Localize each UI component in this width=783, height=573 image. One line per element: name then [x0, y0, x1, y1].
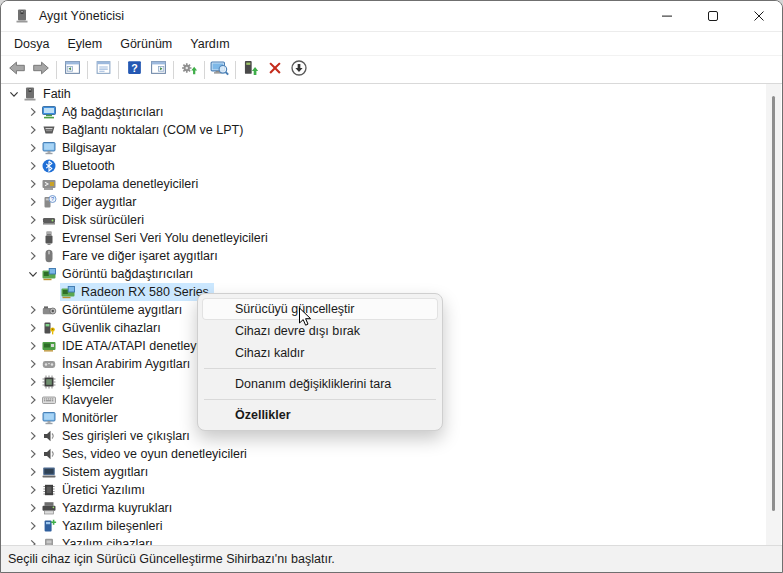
tree-item-label[interactable]: Depolama denetleyicileri: [62, 176, 200, 192]
chevron-collapsed-icon[interactable]: [24, 302, 41, 318]
context-menu-item-properties[interactable]: Özellikler: [202, 404, 438, 426]
maximize-button[interactable]: [690, 1, 736, 31]
toolbar-update-driver-software-button[interactable]: [239, 58, 263, 82]
menu-help[interactable]: Yardım: [181, 34, 238, 54]
tree-item-yazilim-cihazlari[interactable]: Yazılım cihazları: [1, 535, 765, 545]
context-menu-item-disable-device[interactable]: Cihazı devre dışı bırak: [202, 320, 438, 342]
tree-item-label[interactable]: Ses girişleri ve çıkışları: [62, 428, 192, 444]
tree-item-label[interactable]: Ağ bağdaştırıcıları: [62, 104, 165, 120]
toolbar-update-driver-button[interactable]: [177, 58, 201, 82]
tree-item-label[interactable]: Diğer aygıtlar: [62, 194, 138, 210]
toolbar-properties-button[interactable]: [91, 58, 115, 82]
tree-item-label[interactable]: Ses, video ve oyun denetleyicileri: [62, 446, 249, 462]
chevron-collapsed-icon[interactable]: [24, 338, 41, 354]
context-menu-item-uninstall-device[interactable]: Cihazı kaldır: [202, 342, 438, 364]
tree-item-depolama-denetleyicileri[interactable]: Depolama denetleyicileri: [1, 175, 765, 193]
tree-item-label[interactable]: Üretici Yazılımı: [62, 482, 147, 498]
chevron-collapsed-icon[interactable]: [24, 230, 41, 246]
scrollbar-thumb[interactable]: [772, 96, 775, 511]
tree-item-label[interactable]: İnsan Arabirim Aygıtları: [62, 356, 192, 372]
tree-item-uretici-yazilimi[interactable]: Üretici Yazılımı: [1, 481, 765, 499]
chevron-collapsed-icon[interactable]: [24, 374, 41, 390]
tree-item-sistem-aygitlari[interactable]: Sistem aygıtları: [1, 463, 765, 481]
tree-item-diger-aygitlar[interactable]: ?Diğer aygıtlar: [1, 193, 765, 211]
menu-action[interactable]: Eylem: [58, 34, 111, 54]
toolbar-forward-button[interactable]: [29, 58, 53, 82]
tree-item-label[interactable]: Yazılım cihazları: [62, 536, 155, 545]
toolbar-uninstall-device-button[interactable]: [263, 58, 287, 82]
tree-item-disk-suruculeri[interactable]: Disk sürücüleri: [1, 211, 765, 229]
chevron-collapsed-icon[interactable]: [24, 536, 41, 545]
chevron-collapsed-icon[interactable]: [24, 392, 41, 408]
monitor-icon: [41, 140, 57, 156]
chevron-collapsed-icon[interactable]: [24, 428, 41, 444]
tree-item-label[interactable]: Klavyeler: [62, 392, 115, 408]
chevron-collapsed-icon[interactable]: [24, 482, 41, 498]
chevron-collapsed-icon[interactable]: [24, 320, 41, 336]
chevron-collapsed-icon[interactable]: [24, 194, 41, 210]
tree-item-label[interactable]: Fatih: [43, 86, 73, 102]
chevron-collapsed-icon[interactable]: [24, 212, 41, 228]
chevron-collapsed-icon[interactable]: [24, 158, 41, 174]
back-icon: [8, 59, 26, 81]
menu-view[interactable]: Görünüm: [111, 34, 181, 54]
tree-item-label[interactable]: Yazılım bileşenleri: [62, 518, 165, 534]
chevron-collapsed-icon[interactable]: [24, 248, 41, 264]
tree-item-baglanti-noktalari-com-ve-lpt[interactable]: Bağlantı noktaları (COM ve LPT): [1, 121, 765, 139]
minimize-button[interactable]: [644, 1, 690, 31]
toolbar-scan-hardware-changes-button[interactable]: [208, 58, 232, 82]
tree-item-core: Üretici Yazılımı: [41, 481, 150, 499]
tree-item-label[interactable]: Bilgisayar: [62, 140, 118, 156]
tree-item-bilgisayar[interactable]: Bilgisayar: [1, 139, 765, 157]
toolbar-show-hide-action-pane-button[interactable]: [146, 58, 170, 82]
bluetooth-icon: [41, 158, 57, 174]
tree-item-yazilim-bilesenleri[interactable]: Yazılım bileşenleri: [1, 517, 765, 535]
chevron-collapsed-icon[interactable]: [24, 104, 41, 120]
chevron-collapsed-icon[interactable]: [24, 356, 41, 372]
chevron-collapsed-icon[interactable]: [24, 176, 41, 192]
chevron-collapsed-icon[interactable]: [24, 464, 41, 480]
toolbar-disable-device-button[interactable]: [287, 58, 311, 82]
tree-item-label[interactable]: Monitörler: [62, 410, 120, 426]
toolbar-help-button[interactable]: ?: [122, 58, 146, 82]
tree-item-label[interactable]: Görüntü bağdaştırıcıları: [62, 266, 195, 282]
tree-item-label[interactable]: Yazdırma kuyrukları: [62, 500, 174, 516]
tree-item-yazdirma-kuyruklari[interactable]: Yazdırma kuyrukları: [1, 499, 765, 517]
window-controls: [644, 1, 782, 31]
chevron-expanded-icon[interactable]: [5, 86, 22, 102]
tree-item-label[interactable]: Fare ve diğer işaret aygıtları: [62, 248, 220, 264]
tree-item-label[interactable]: Görüntüleme aygıtları: [62, 302, 184, 318]
toolbar-back-button[interactable]: [5, 58, 29, 82]
chevron-expanded-icon[interactable]: [24, 266, 41, 282]
tree-item-fare-ve-diger-isaret-aygitlari[interactable]: Fare ve diğer işaret aygıtları: [1, 247, 765, 265]
chevron-collapsed-icon[interactable]: [24, 410, 41, 426]
toolbar-show-hide-console-tree-button[interactable]: [60, 58, 84, 82]
hid-icon: [41, 356, 57, 372]
tree-item-label[interactable]: İşlemciler: [62, 374, 117, 390]
chevron-collapsed-icon[interactable]: [24, 140, 41, 156]
tree-item-bluetooth[interactable]: Bluetooth: [1, 157, 765, 175]
tree-item-fatih[interactable]: Fatih: [1, 85, 765, 103]
mouse-cursor: [298, 307, 313, 332]
context-menu-item-update-driver[interactable]: Sürücüyü güncelleştir: [202, 298, 438, 320]
tree-item-label[interactable]: Disk sürücüleri: [62, 212, 146, 228]
chevron-collapsed-icon[interactable]: [24, 446, 41, 462]
chevron-collapsed-icon[interactable]: [24, 122, 41, 138]
tree-item-ag-bagdastiricilari[interactable]: Ağ bağdaştırıcıları: [1, 103, 765, 121]
tree-item-label[interactable]: Bluetooth: [62, 158, 117, 174]
tree-item-label[interactable]: Bağlantı noktaları (COM ve LPT): [62, 122, 245, 138]
tree-item-label[interactable]: Sistem aygıtları: [62, 464, 150, 480]
tree-item-label[interactable]: Güvenlik cihazları: [62, 320, 163, 336]
tree-item-label[interactable]: Evrensel Seri Veri Yolu denetleyicileri: [62, 230, 270, 246]
chevron-collapsed-icon[interactable]: [24, 518, 41, 534]
chevron-collapsed-icon[interactable]: [24, 500, 41, 516]
vertical-scrollbar[interactable]: [766, 84, 781, 545]
menu-file[interactable]: Dosya: [5, 34, 58, 54]
tree-item-goruntu-bagdastiricilari[interactable]: Görüntü bağdaştırıcıları: [1, 265, 765, 283]
tree-item-ses-video-ve-oyun-denetleyicileri[interactable]: Ses, video ve oyun denetleyicileri: [1, 445, 765, 463]
tree-item-label[interactable]: Radeon RX 580 Series: [81, 284, 211, 300]
close-button[interactable]: [736, 1, 782, 31]
tree-item-core: Depolama denetleyicileri: [41, 175, 203, 193]
context-menu-item-scan-hardware-changes[interactable]: Donanım değişikliklerini tara: [202, 373, 438, 395]
tree-item-evrensel-seri-veri-yolu-denetleyicileri[interactable]: Evrensel Seri Veri Yolu denetleyicileri: [1, 229, 765, 247]
